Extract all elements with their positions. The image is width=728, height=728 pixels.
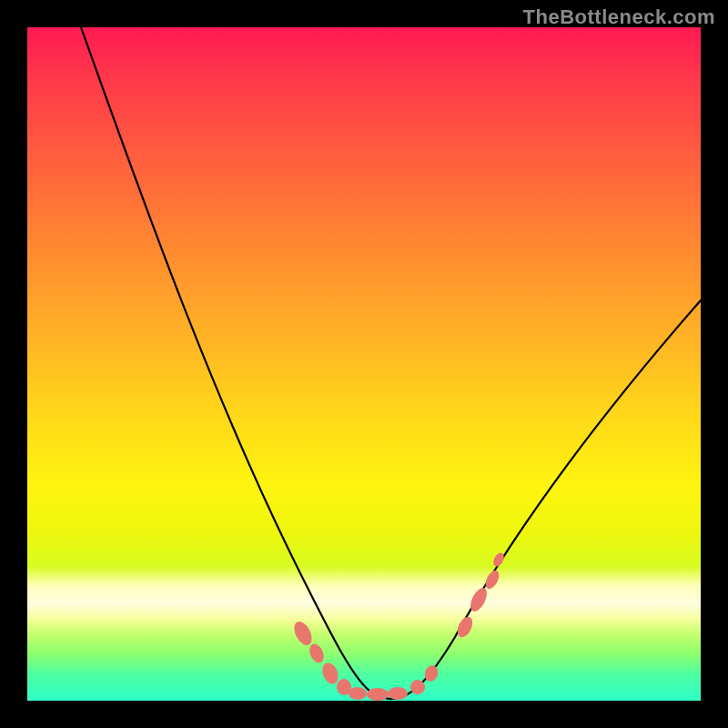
watermark-text: TheBottleneck.com bbox=[523, 5, 715, 29]
curve-marker bbox=[349, 687, 367, 700]
bottleneck-curve bbox=[27, 27, 701, 701]
outer-frame: TheBottleneck.com bbox=[0, 0, 728, 728]
plot-area bbox=[27, 27, 701, 701]
curve-marker bbox=[388, 687, 408, 700]
curve-right-branch bbox=[391, 300, 701, 699]
curve-left-branch bbox=[81, 27, 391, 699]
curve-marker bbox=[367, 688, 389, 701]
